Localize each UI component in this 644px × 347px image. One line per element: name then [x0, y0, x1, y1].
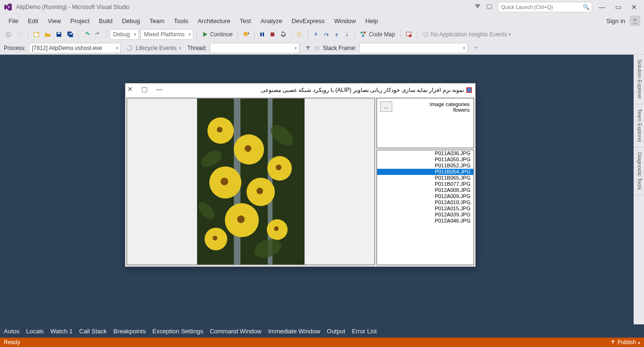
menu-view[interactable]: View	[43, 17, 66, 25]
menu-devexpress[interactable]: DevExpress	[287, 17, 330, 25]
continue-button[interactable]: Continue	[200, 31, 234, 38]
menu-file[interactable]: File	[4, 17, 23, 25]
toolbar-options-icon[interactable]	[473, 46, 478, 50]
restore-button[interactable]: ▭	[612, 3, 624, 11]
process-label: Process:	[4, 45, 26, 51]
file-item[interactable]: P011B054.JPG	[377, 169, 473, 175]
svg-rect-9	[70, 33, 72, 34]
lifecycle-events-label[interactable]: Lifecycle Events	[136, 45, 177, 51]
show-next-button[interactable]	[295, 29, 305, 40]
file-item[interactable]: P012A009.JPG	[377, 193, 473, 199]
file-item[interactable]: P012A039.JPG	[377, 212, 473, 218]
file-item[interactable]: P011B052.JPG	[377, 163, 473, 169]
menu-edit[interactable]: Edit	[23, 17, 43, 25]
user-avatar-icon[interactable]	[630, 16, 640, 26]
step-out-button[interactable]	[332, 29, 341, 40]
svg-point-31	[221, 178, 228, 185]
menu-debug[interactable]: Debug	[117, 17, 145, 25]
redo-button[interactable]	[93, 29, 103, 40]
menu-architecture[interactable]: Architecture	[193, 17, 235, 25]
restart-button[interactable]	[279, 29, 288, 40]
new-project-button[interactable]	[32, 29, 41, 40]
platform-combo[interactable]: Mixed Platforms	[140, 29, 193, 40]
file-item[interactable]: P012A015.JPG	[377, 206, 473, 212]
category-value: flowers	[429, 107, 470, 113]
svg-point-20	[423, 32, 428, 37]
menu-build[interactable]: Build	[94, 17, 117, 25]
save-all-button[interactable]	[66, 29, 75, 40]
sign-in-link[interactable]: Sign in	[602, 17, 630, 25]
app-titlebar: نمونه نرم افزار نمایه سازی خودکار زبانی …	[125, 83, 475, 97]
open-file-button[interactable]	[43, 29, 52, 40]
svg-point-2	[6, 32, 11, 37]
tab-autos[interactable]: Autos	[4, 328, 19, 335]
filter-icon[interactable]	[305, 45, 311, 51]
tab-breakpoints[interactable]: Breakpoints	[114, 328, 146, 335]
browse-button[interactable]: ...	[380, 101, 392, 112]
menu-analyze[interactable]: Analyze	[256, 17, 287, 25]
menu-project[interactable]: Project	[66, 17, 94, 25]
step-back-button[interactable]	[343, 29, 351, 40]
code-map-button[interactable]: Code Map	[358, 31, 396, 38]
step-button[interactable]	[241, 29, 251, 40]
tab-command-window[interactable]: Command Window	[210, 328, 262, 335]
intellitrace-button[interactable]	[404, 29, 413, 40]
svg-point-1	[634, 18, 636, 21]
tab-locals[interactable]: Locals	[26, 328, 44, 335]
thread-combo[interactable]	[210, 43, 299, 53]
file-item[interactable]: P011B065.JPG	[377, 175, 473, 181]
tab-watch1[interactable]: Watch 1	[50, 328, 73, 335]
file-listbox[interactable]: P011A036.JPGP011A050.JPGP011B052.JPGP011…	[376, 149, 474, 265]
file-item[interactable]: P012A046.JPG	[377, 218, 473, 224]
quick-launch[interactable]: 🔍	[498, 2, 592, 12]
publish-button[interactable]: Publish ▴	[610, 339, 640, 346]
sidetab-team-explorer[interactable]: Team Explorer	[634, 104, 644, 148]
app-insights-button[interactable]: No Application Insights Events ▾	[421, 31, 513, 38]
titlebar: AlipDemo (Running) - Microsoft Visual St…	[0, 0, 644, 14]
file-item[interactable]: P011A050.JPG	[377, 157, 473, 163]
app-maximize-button[interactable]: ▢	[141, 85, 148, 93]
menu-tools[interactable]: Tools	[169, 17, 193, 25]
tab-exception-settings[interactable]: Exception Settings	[152, 328, 203, 335]
sidetab-diagnostic-tools[interactable]: Diagnostic Tools	[634, 148, 644, 195]
menu-test[interactable]: Test	[235, 17, 256, 25]
file-item[interactable]: P012A010.JPG	[377, 199, 473, 206]
tab-callstack[interactable]: Call Stack	[79, 328, 107, 335]
lifecycle-icon[interactable]	[126, 45, 133, 51]
minimize-button[interactable]: —	[596, 3, 608, 11]
process-combo[interactable]: [7812] AlipDemo.vshost.exe	[29, 43, 121, 53]
quick-launch-input[interactable]	[498, 3, 592, 11]
config-combo[interactable]: Debug	[110, 29, 139, 40]
main-area: Solution Explorer Team Explorer Diagnost…	[0, 55, 644, 324]
nav-forward-button[interactable]	[15, 29, 25, 40]
pause-button[interactable]	[258, 29, 266, 40]
notifications-icon[interactable]	[473, 3, 482, 11]
close-button[interactable]: ✕	[628, 3, 640, 11]
feedback-icon[interactable]	[486, 3, 494, 11]
preview-image	[197, 98, 305, 265]
svg-rect-10	[244, 32, 248, 36]
step-into-button[interactable]	[312, 29, 320, 40]
menu-help[interactable]: Help	[361, 17, 383, 25]
tab-output[interactable]: Output	[327, 328, 345, 335]
stop-button[interactable]	[268, 29, 277, 40]
sidetab-solution-explorer[interactable]: Solution Explorer	[634, 55, 644, 104]
tab-error-list[interactable]: Error List	[352, 328, 377, 335]
file-item[interactable]: P011A036.JPG	[377, 150, 473, 157]
menu-window[interactable]: Window	[330, 17, 361, 25]
menu-team[interactable]: Team	[145, 17, 169, 25]
svg-rect-13	[271, 33, 274, 36]
tab-immediate-window[interactable]: Immediate Window	[268, 328, 321, 335]
app-close-button[interactable]: ✕	[127, 85, 133, 93]
undo-button[interactable]	[82, 29, 91, 40]
file-item[interactable]: P012A008.JPG	[377, 187, 473, 193]
app-title: نمونه نرم افزار نمایه سازی خودکار زبانی …	[261, 87, 464, 93]
file-item[interactable]: P011B077.JPG	[377, 181, 473, 187]
stackframe-label: Stack Frame:	[323, 45, 356, 51]
stackframe-combo[interactable]	[359, 43, 468, 53]
step-over-button[interactable]	[322, 29, 330, 40]
threads-icon[interactable]	[314, 45, 320, 51]
nav-back-button[interactable]	[4, 29, 13, 40]
app-minimize-button[interactable]: —	[156, 85, 163, 93]
save-button[interactable]	[54, 29, 64, 40]
